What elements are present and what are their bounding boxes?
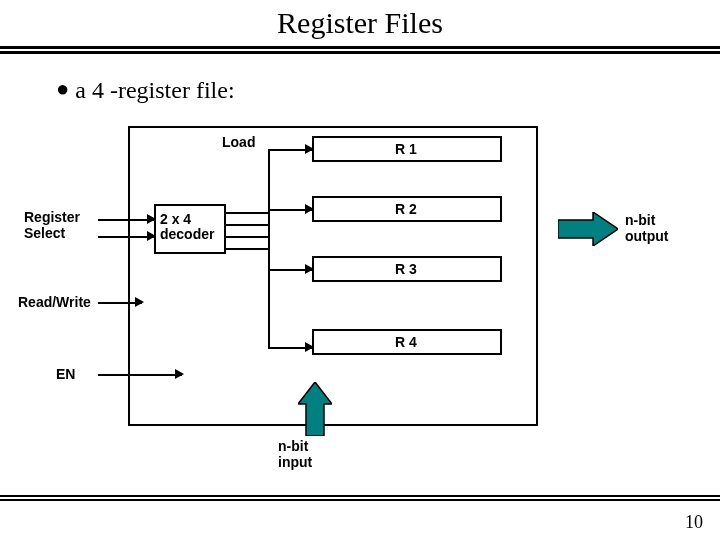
read-write-label: Read/Write [18,294,91,310]
bullet-line: ●a 4 -register file: [0,54,720,104]
arrow-icon [135,297,144,307]
wire [226,248,268,250]
register-select-label: Register Select [24,209,80,241]
register-r3-label: R 3 [395,261,417,277]
page-number: 10 [685,512,703,533]
bullet-dot: ● [56,76,75,101]
title-rule [0,46,720,54]
arrow-icon [305,342,314,352]
page-title: Register Files [0,0,720,46]
wire [98,236,154,238]
register-r1-label: R 1 [395,141,417,157]
en-label: EN [56,366,75,382]
output-arrow-icon [558,212,618,246]
bullet-text: a 4 -register file: [75,77,234,103]
arrow-icon [305,144,314,154]
footer-rule [0,495,720,501]
wire [226,236,268,238]
wire [98,374,182,376]
svg-marker-1 [298,382,332,436]
diagram-stage: Load 2 x 4 decoder R 1 R 2 R 3 R 4 Regis… [0,104,720,464]
nbit-input-label: n-bit input [278,438,312,470]
arrow-icon [305,264,314,274]
wire [98,219,154,221]
arrow-icon [305,204,314,214]
decoder-label: 2 x 4 decoder [160,212,214,242]
svg-marker-0 [558,212,618,246]
wire [268,149,270,349]
arrow-icon [147,214,156,224]
wire [226,212,268,214]
arrow-icon [147,231,156,241]
register-r4-label: R 4 [395,334,417,350]
arrow-icon [175,369,184,379]
register-r2-label: R 2 [395,201,417,217]
load-label: Load [220,134,257,150]
nbit-output-label: n-bit output [625,212,669,244]
wire [226,224,268,226]
input-arrow-icon [298,382,332,436]
